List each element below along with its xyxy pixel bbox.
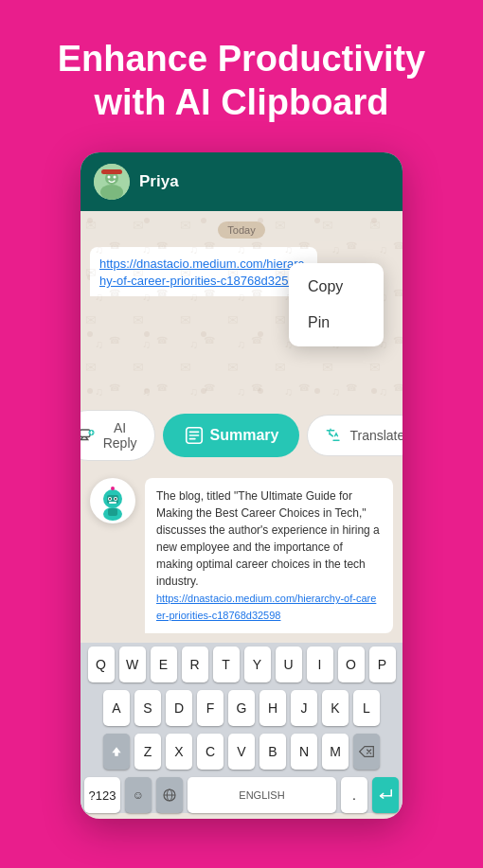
space-key[interactable]: English — [188, 777, 336, 813]
avatar — [94, 164, 130, 200]
period-key[interactable]: . — [341, 777, 367, 813]
ai-response-text: The blog, titled "The Ultimate Guide for… — [156, 489, 380, 588]
keyboard-row-1: Q W E R T Y U I O P — [84, 647, 399, 682]
key-x[interactable]: X — [166, 734, 192, 770]
key-d[interactable]: D — [166, 690, 192, 726]
shift-key[interactable] — [103, 734, 130, 770]
summary-icon — [184, 425, 205, 446]
ai-avatar — [90, 478, 135, 523]
key-p[interactable]: P — [369, 647, 396, 682]
ai-reply-label: AI Reply — [101, 420, 139, 451]
key-m[interactable]: M — [322, 734, 349, 770]
summary-button[interactable]: Summary — [163, 414, 300, 457]
svg-rect-5 — [101, 169, 122, 174]
key-u[interactable]: U — [276, 647, 302, 682]
key-e[interactable]: E — [151, 647, 177, 682]
key-o[interactable]: O — [338, 647, 365, 682]
chat-bubble: https://dnastacio.medium.com/hierarchy-o… — [90, 247, 317, 296]
context-menu: Copy Pin — [289, 263, 384, 346]
ai-reply-icon — [80, 425, 96, 446]
backspace-key[interactable] — [353, 734, 380, 770]
keyboard-bottom-row: ?123 ☺ English . — [84, 777, 399, 813]
svg-point-3 — [108, 176, 111, 179]
key-f[interactable]: F — [197, 690, 224, 726]
key-a[interactable]: A — [103, 690, 130, 726]
ai-reply-button[interactable]: AI Reply — [80, 410, 155, 461]
translate-icon — [323, 425, 344, 446]
keyboard-row-2: A S D F G H J K L — [84, 690, 399, 726]
key-q[interactable]: Q — [88, 647, 115, 682]
svg-point-18 — [109, 498, 111, 500]
key-h[interactable]: H — [259, 690, 286, 726]
ai-response-bubble: The blog, titled "The Ultimate Guide for… — [145, 478, 393, 633]
key-t[interactable]: T — [213, 647, 240, 682]
enter-key[interactable] — [372, 777, 399, 813]
copy-menu-item[interactable]: Copy — [289, 269, 384, 305]
translate-button[interactable]: Translate — [307, 415, 402, 456]
emoji-key[interactable]: ☺ — [125, 777, 152, 813]
hero-title: Enhance Productivity with AI Clipboard — [0, 0, 483, 152]
key-i[interactable]: I — [307, 647, 333, 682]
chat-area: ✉ ☎ ♫ Today https://dnastacio.medium.com… — [80, 211, 402, 400]
key-n[interactable]: N — [291, 734, 317, 770]
chat-header: Priya — [80, 152, 402, 211]
key-y[interactable]: Y — [244, 647, 271, 682]
svg-point-2 — [100, 185, 123, 200]
key-w[interactable]: W — [119, 647, 146, 682]
pin-menu-item[interactable]: Pin — [289, 305, 384, 341]
summary-label: Summary — [210, 427, 279, 444]
key-c[interactable]: C — [197, 734, 224, 770]
keyboard: Q W E R T Y U I O P A S D F G H J K L — [80, 643, 402, 813]
globe-key[interactable] — [156, 777, 183, 813]
key-b[interactable]: B — [259, 734, 286, 770]
svg-point-22 — [111, 487, 115, 490]
action-bar: AI Reply Summary Translate — [80, 400, 402, 470]
keyboard-row-3: Z X C V B N M — [84, 734, 399, 770]
contact-name: Priya — [139, 172, 179, 191]
svg-point-4 — [114, 176, 116, 179]
key-r[interactable]: R — [182, 647, 208, 682]
ai-response-area: The blog, titled "The Ultimate Guide for… — [80, 470, 402, 643]
svg-point-19 — [115, 498, 116, 500]
svg-rect-24 — [108, 508, 117, 516]
num-key[interactable]: ?123 — [84, 777, 120, 813]
key-k[interactable]: K — [322, 690, 349, 726]
message-link[interactable]: https://dnastacio.medium.com/hierarchy-o… — [99, 257, 304, 288]
date-label: Today — [90, 221, 393, 238]
translate-label: Translate — [349, 428, 402, 443]
svg-rect-10 — [80, 430, 90, 437]
key-j[interactable]: J — [291, 690, 317, 726]
key-v[interactable]: V — [228, 734, 255, 770]
key-z[interactable]: Z — [134, 734, 161, 770]
key-l[interactable]: L — [353, 690, 380, 726]
key-s[interactable]: S — [134, 690, 161, 726]
ai-response-link[interactable]: https://dnastacio.medium.com/hierarchy-o… — [156, 593, 376, 621]
key-g[interactable]: G — [228, 690, 255, 726]
svg-rect-20 — [109, 502, 116, 504]
phone-mockup: Priya ✉ ☎ ♫ Today https://dnastacio.medi… — [80, 152, 402, 819]
